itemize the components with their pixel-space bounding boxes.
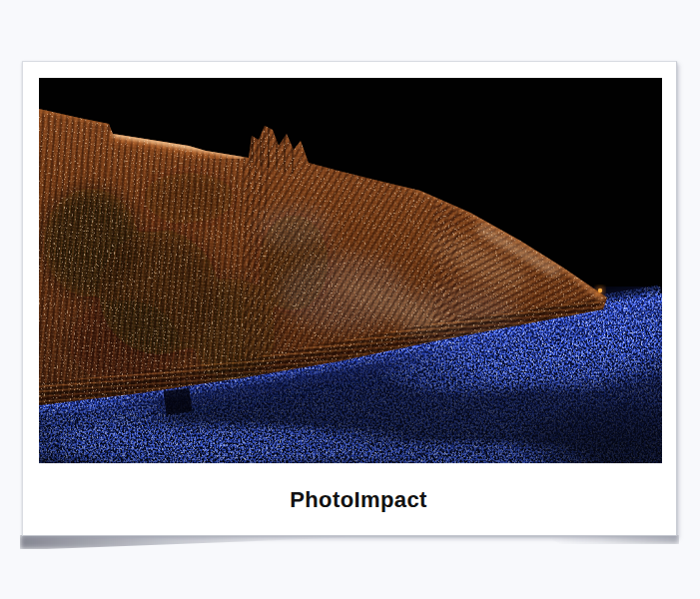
caption-row: PhotoImpact bbox=[23, 463, 676, 537]
lamp-light bbox=[595, 286, 605, 296]
polaroid-card: PhotoImpact bbox=[22, 61, 677, 536]
photo-caption: PhotoImpact bbox=[290, 487, 427, 513]
photo-illumination bbox=[39, 78, 662, 463]
page-background: PhotoImpact bbox=[0, 0, 700, 599]
